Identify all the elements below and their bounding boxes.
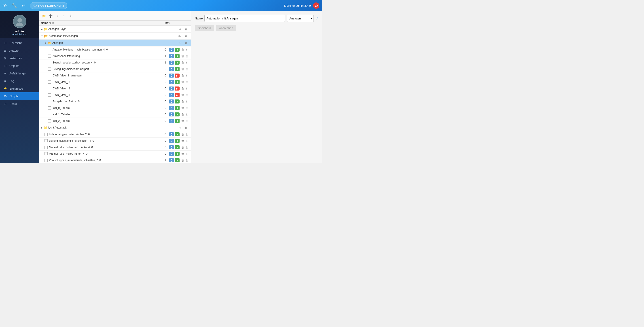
copy-script-button[interactable]: ⎘: [185, 67, 189, 71]
copy-script-button[interactable]: ⎘: [185, 99, 189, 104]
delete-folder-button[interactable]: 🗑: [184, 27, 188, 31]
inst-up-button[interactable]: ▲: [169, 73, 174, 75]
delete-script-button[interactable]: 🗑: [180, 67, 185, 71]
script-checkbox[interactable]: [48, 100, 51, 103]
script-checkbox[interactable]: [48, 67, 51, 71]
copy-script-button[interactable]: ⎘: [185, 60, 189, 65]
inst-down-button[interactable]: ▼: [169, 50, 174, 52]
script-row[interactable]: DWD_View_ 1 0 ▲ ▼ ⏸ 🗑 ⎘: [39, 79, 191, 85]
inst-up-button[interactable]: ▲: [169, 93, 174, 95]
inst-up-button[interactable]: ▲: [169, 106, 174, 108]
script-row[interactable]: Lichter_eingeschaltet_zählen_2_0 0 ▲ ▼ ⏸…: [39, 131, 191, 138]
import-icon[interactable]: ↩: [22, 3, 26, 8]
sort-icon[interactable]: ⇅: [49, 22, 51, 24]
power-button[interactable]: ⏻: [313, 2, 319, 9]
copy-script-button[interactable]: ⎘: [185, 47, 189, 52]
sidebar-item-instanzen[interactable]: ⊠ Instanzen: [0, 54, 39, 62]
delete-script-button[interactable]: 🗑: [180, 139, 185, 143]
inst-up-button[interactable]: ▲: [169, 158, 174, 160]
inst-down-button[interactable]: ▼: [169, 134, 174, 136]
copy-script-button[interactable]: ⎘: [185, 73, 189, 78]
play-pause-button[interactable]: ⏸: [175, 48, 180, 52]
host-button[interactable]: ⏻ HOST IOBROKER3: [30, 2, 67, 9]
delete-folder-button[interactable]: 🗑: [184, 125, 188, 130]
inst-up-button[interactable]: ▲: [169, 152, 174, 154]
inst-down-button[interactable]: ▼: [169, 69, 174, 71]
inst-down-button[interactable]: ▼: [169, 56, 174, 58]
script-row[interactable]: Besuch_wieder_zurück_setzen_4_0 1 ▲ ▼ ⏸ …: [39, 59, 191, 66]
inst-down-button[interactable]: ▼: [169, 108, 174, 110]
script-row[interactable]: DWD_View_ 2 0 ▲ ▼ ▶ 🗑 ⎘: [39, 85, 191, 92]
play-pause-button[interactable]: ⏸: [175, 112, 180, 116]
inst-down-button[interactable]: ▼: [169, 63, 174, 65]
inst-up-button[interactable]: ▲: [169, 99, 174, 101]
folder-row[interactable]: ▼ 📂 Ansagen 1 🗑: [39, 39, 191, 46]
sidebar-item-skripte[interactable]: <> Skripte: [0, 92, 39, 100]
delete-folder-button[interactable]: 🗑: [184, 41, 188, 45]
play-pause-button[interactable]: ⏸: [175, 119, 180, 123]
script-checkbox[interactable]: [48, 87, 51, 90]
script-row[interactable]: Manuell_alle_Rollos_auf_Lücke_4_0 0 ▲ ▼ …: [39, 144, 191, 151]
copy-script-button[interactable]: ⎘: [185, 119, 189, 123]
script-checkbox[interactable]: [44, 139, 48, 142]
inst-down-button[interactable]: ▼: [169, 114, 174, 116]
inst-down-button[interactable]: ▼: [169, 88, 174, 90]
script-row[interactable]: Ical_0_Tabelle 0 ▲ ▼ ⏸ 🗑 ⎘: [39, 105, 191, 111]
script-row[interactable]: Manuell_alle_Rollos_runter_4_0 0 ▲ ▼ ⏸ 🗑…: [39, 151, 191, 157]
script-row[interactable]: Ansage_Meldung_nach_Hause_kommen_4_0 0 ▲…: [39, 46, 191, 53]
inst-down-button[interactable]: ▼: [169, 75, 174, 77]
inst-down-button[interactable]: ▼: [169, 147, 174, 149]
detail-type-select[interactable]: Ansagen Blockly Javascript: [287, 15, 314, 22]
wrench-icon[interactable]: 🔧: [12, 3, 17, 8]
copy-script-button[interactable]: ⎘: [185, 132, 189, 137]
inst-down-button[interactable]: ▼: [169, 82, 174, 84]
inst-up-button[interactable]: ▲: [169, 80, 174, 82]
inst-up-button[interactable]: ▲: [169, 139, 174, 141]
sidebar-item-objekte[interactable]: ⊡ Objekte: [0, 62, 39, 69]
delete-script-button[interactable]: 🗑: [180, 132, 185, 137]
sidebar-item-ereignisse[interactable]: ⚡ Ereignisse: [0, 85, 39, 92]
play-pause-button[interactable]: ▶: [175, 86, 180, 90]
folder-row[interactable]: ▶ 📁 Licht Automatik 4 🗑: [39, 124, 191, 131]
play-pause-button[interactable]: ⏸: [175, 158, 180, 162]
copy-script-button[interactable]: ⎘: [185, 139, 189, 143]
play-pause-button[interactable]: ⏸: [175, 67, 180, 71]
script-checkbox[interactable]: [48, 119, 51, 122]
copy-script-button[interactable]: ⎘: [185, 80, 189, 84]
script-checkbox[interactable]: [48, 54, 51, 58]
inst-up-button[interactable]: ▲: [169, 86, 174, 88]
add-script-button[interactable]: ➕: [48, 13, 54, 19]
script-row[interactable]: Ical_1_Tabelle 0 ▲ ▼ ⏸ 🗑 ⎘: [39, 111, 191, 118]
inst-up-button[interactable]: ▲: [169, 145, 174, 147]
script-row[interactable]: Es_geht_ins_Bett_4_0 0 ▲ ▼ ⏸ 🗑 ⎘: [39, 98, 191, 105]
inst-down-button[interactable]: ▼: [169, 101, 174, 103]
script-row[interactable]: Bewegungsmelder am Carport 0 ▲ ▼ ⏸ 🗑 ⎘: [39, 66, 191, 72]
script-checkbox[interactable]: [48, 48, 51, 51]
delete-script-button[interactable]: 🗑: [180, 93, 185, 97]
play-pause-button[interactable]: ⏸: [175, 132, 180, 136]
copy-script-button[interactable]: ⎘: [185, 106, 189, 110]
script-row[interactable]: DWD_View_1_anzeigen 0 ▲ ▼ ▶ 🗑 ⎘: [39, 72, 191, 79]
play-pause-button[interactable]: ⏸: [175, 145, 180, 149]
detail-name-input[interactable]: [204, 15, 285, 22]
script-row[interactable]: Anwesenheitsteuerung 1 ▲ ▼ ⏸ 🗑 ⎘: [39, 53, 191, 59]
script-checkbox[interactable]: [48, 74, 51, 77]
copy-script-button[interactable]: ⎘: [185, 93, 189, 97]
play-pause-button[interactable]: ⏸: [175, 106, 180, 110]
delete-script-button[interactable]: 🗑: [180, 119, 185, 123]
move-bottom-button[interactable]: ⇓: [68, 13, 74, 19]
script-checkbox[interactable]: [48, 80, 51, 84]
copy-script-button[interactable]: ⎘: [185, 112, 189, 117]
script-checkbox[interactable]: [44, 133, 48, 136]
inst-up-button[interactable]: ▲: [169, 67, 174, 69]
delete-script-button[interactable]: 🗑: [180, 145, 185, 150]
delete-script-button[interactable]: 🗑: [180, 47, 185, 52]
move-up-button[interactable]: ↑: [61, 13, 67, 19]
copy-script-button[interactable]: ⎘: [185, 145, 189, 150]
play-pause-button[interactable]: ⏸: [175, 80, 180, 84]
script-checkbox[interactable]: [48, 93, 51, 97]
filter-icon[interactable]: ✕: [52, 22, 54, 24]
delete-script-button[interactable]: 🗑: [180, 106, 185, 110]
script-checkbox[interactable]: [44, 146, 48, 149]
script-row[interactable]: Lüftung_selbständig_einschalten_4_0 0 ▲ …: [39, 138, 191, 144]
